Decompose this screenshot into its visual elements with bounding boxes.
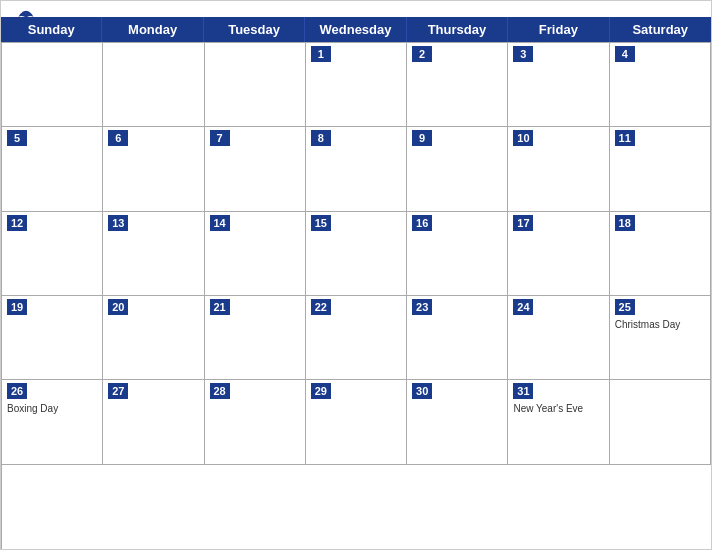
- cell-date-number: 7: [210, 130, 230, 146]
- cell-date-number: 26: [7, 383, 27, 399]
- day-header-saturday: Saturday: [610, 17, 711, 42]
- calendar-cell: 21: [205, 296, 306, 380]
- cell-date-number: 22: [311, 299, 331, 315]
- cell-event-label: Christmas Day: [615, 319, 705, 330]
- day-header-monday: Monday: [102, 17, 203, 42]
- calendar-cell: 10: [508, 127, 609, 211]
- days-header: Sunday Monday Tuesday Wednesday Thursday…: [1, 17, 711, 42]
- cell-event-label: Boxing Day: [7, 403, 97, 414]
- calendar-cell: 12: [2, 212, 103, 296]
- logo-bird-icon: [17, 9, 35, 23]
- cell-date-number: 15: [311, 215, 331, 231]
- calendar-cell: 5: [2, 127, 103, 211]
- cell-date-number: 1: [311, 46, 331, 62]
- logo: [17, 9, 37, 23]
- cell-date-number: 12: [7, 215, 27, 231]
- cell-date-number: 4: [615, 46, 635, 62]
- calendar-cell: 24: [508, 296, 609, 380]
- cell-date-number: 17: [513, 215, 533, 231]
- cell-date-number: 13: [108, 215, 128, 231]
- calendar-cell: 27: [103, 380, 204, 464]
- cell-event-label: New Year's Eve: [513, 403, 603, 414]
- calendar-cell: [103, 43, 204, 127]
- calendar-cell: 18: [610, 212, 711, 296]
- calendar-cell: 14: [205, 212, 306, 296]
- calendar-cell: 3: [508, 43, 609, 127]
- cell-date-number: 21: [210, 299, 230, 315]
- calendar-cell: 22: [306, 296, 407, 380]
- cell-date-number: 11: [615, 130, 635, 146]
- cell-date-number: 29: [311, 383, 331, 399]
- calendar-cell: [610, 380, 711, 464]
- calendar: Sunday Monday Tuesday Wednesday Thursday…: [0, 0, 712, 550]
- cell-date-number: 20: [108, 299, 128, 315]
- calendar-cell: 31New Year's Eve: [508, 380, 609, 464]
- calendar-cell: 11: [610, 127, 711, 211]
- day-header-wednesday: Wednesday: [305, 17, 406, 42]
- cell-date-number: 10: [513, 130, 533, 146]
- calendar-cell: 25Christmas Day: [610, 296, 711, 380]
- calendar-cell: 6: [103, 127, 204, 211]
- calendar-cell: 8: [306, 127, 407, 211]
- cell-date-number: 5: [7, 130, 27, 146]
- calendar-cell: 13: [103, 212, 204, 296]
- calendar-cell: 2: [407, 43, 508, 127]
- cell-date-number: 2: [412, 46, 432, 62]
- calendar-cell: 16: [407, 212, 508, 296]
- cell-date-number: 9: [412, 130, 432, 146]
- calendar-cell: 19: [2, 296, 103, 380]
- day-header-friday: Friday: [508, 17, 609, 42]
- calendar-cell: 30: [407, 380, 508, 464]
- cell-date-number: 23: [412, 299, 432, 315]
- cell-date-number: 25: [615, 299, 635, 315]
- cell-date-number: 28: [210, 383, 230, 399]
- cell-date-number: 31: [513, 383, 533, 399]
- day-header-thursday: Thursday: [407, 17, 508, 42]
- cell-date-number: 14: [210, 215, 230, 231]
- cell-date-number: 16: [412, 215, 432, 231]
- cell-date-number: 8: [311, 130, 331, 146]
- cell-date-number: 30: [412, 383, 432, 399]
- cell-date-number: 27: [108, 383, 128, 399]
- calendar-cell: 9: [407, 127, 508, 211]
- calendar-cell: [205, 43, 306, 127]
- logo-blue-text: [17, 9, 37, 23]
- calendar-grid: 1234567891011121314151617181920212223242…: [1, 42, 711, 549]
- calendar-cell: 15: [306, 212, 407, 296]
- calendar-header: [1, 1, 711, 17]
- cell-date-number: 6: [108, 130, 128, 146]
- calendar-cell: 7: [205, 127, 306, 211]
- calendar-cell: 26Boxing Day: [2, 380, 103, 464]
- cell-date-number: 18: [615, 215, 635, 231]
- calendar-cell: 20: [103, 296, 204, 380]
- cell-date-number: 3: [513, 46, 533, 62]
- calendar-cell: 28: [205, 380, 306, 464]
- day-header-tuesday: Tuesday: [204, 17, 305, 42]
- calendar-cell: 29: [306, 380, 407, 464]
- calendar-cell: [2, 43, 103, 127]
- calendar-cell: 1: [306, 43, 407, 127]
- calendar-cell: 23: [407, 296, 508, 380]
- calendar-cell: 17: [508, 212, 609, 296]
- calendar-cell: 4: [610, 43, 711, 127]
- cell-date-number: 24: [513, 299, 533, 315]
- cell-date-number: 19: [7, 299, 27, 315]
